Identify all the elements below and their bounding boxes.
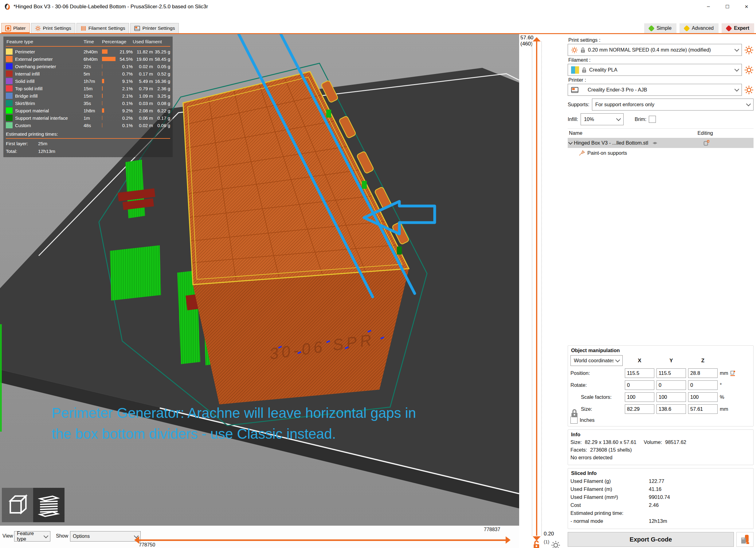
scale-y-field[interactable]	[656, 392, 686, 402]
info-errors: No errors detected	[570, 455, 613, 460]
percentage-bar	[102, 86, 103, 91]
brim-checkbox[interactable]	[649, 116, 656, 123]
chevron-down-icon	[734, 87, 739, 92]
window-title: *Hinged Box V3 - 30-06 Double-Labelled B…	[14, 4, 208, 10]
feature-color-swatch	[6, 78, 13, 84]
estimated-times-rows: First layer: 25m Total: 12h13m	[6, 141, 170, 154]
scale-z-field[interactable]	[688, 392, 718, 402]
tab-print-settings[interactable]: Print Settings	[31, 23, 75, 33]
feature-color-swatch	[6, 122, 13, 128]
sliced-info-title: Sliced Info	[571, 470, 751, 476]
percentage-bar	[102, 116, 102, 120]
position-label: Position:	[570, 370, 623, 376]
coordinates-combo[interactable]: World coordinates	[570, 355, 623, 366]
info-size-value: 82.29 x 138.60 x 57.61	[585, 439, 637, 445]
brim-label: Brim:	[635, 116, 647, 122]
feature-color-swatch	[6, 108, 13, 114]
lock-icon	[580, 47, 586, 53]
slider-track[interactable]	[536, 41, 537, 536]
preview-view-button[interactable]	[33, 488, 65, 522]
sliced-info-row: Cost 2.46	[570, 502, 751, 508]
gcode-slider-right-handle[interactable]	[506, 536, 511, 544]
layer-slider[interactable]: 57.60 (460) 0.20 (1)	[519, 34, 565, 548]
printer-icon	[134, 25, 140, 31]
axis-x-header: X	[625, 358, 654, 364]
size-x-field[interactable]	[625, 404, 654, 414]
feature-color-swatch	[6, 115, 13, 121]
info-title: Info	[571, 432, 751, 437]
gear-icon	[35, 25, 41, 31]
layer-slider-bottom-layer: (1)	[544, 539, 549, 544]
print-settings-combo[interactable]: 0.20 mm NORMAL SPEED (0.4 mm nozzle) (mo…	[568, 44, 742, 56]
position-z-field[interactable]	[688, 368, 718, 378]
infill-combo[interactable]: 10%	[581, 113, 624, 125]
editor-view-button[interactable]	[2, 488, 33, 522]
mode-simple[interactable]: Simple	[644, 23, 676, 33]
chevron-down-icon	[44, 533, 49, 538]
printer-icon	[571, 87, 578, 93]
export-to-sd-button[interactable]	[736, 532, 754, 547]
layer-tick-labels	[544, 45, 560, 527]
eye-icon[interactable]	[652, 141, 658, 146]
close-button[interactable]: ✕	[737, 0, 756, 14]
filament-combo[interactable]: Creality PLA	[568, 64, 742, 76]
view-combo[interactable]: Feature type	[14, 531, 50, 542]
maximize-button[interactable]: ☐	[718, 0, 737, 14]
info-volume-value: 98517.62	[665, 439, 686, 445]
slider-settings-gear-icon[interactable]	[551, 541, 560, 548]
sliced-info-row: Estimated printing time:	[570, 510, 751, 516]
cube-icon	[6, 493, 29, 517]
show-combo[interactable]: Options	[70, 531, 141, 542]
position-y-field[interactable]	[656, 368, 686, 378]
size-y-field[interactable]	[656, 404, 686, 414]
rotate-x-field[interactable]	[625, 380, 654, 390]
chevron-down-icon	[616, 116, 621, 121]
unlock-icon[interactable]	[533, 540, 541, 548]
supports-combo[interactable]: For support enforcers only	[592, 99, 754, 111]
viewport-3d[interactable]: 30-06 SPR Perimeter Generator: Arachne w…	[0, 34, 519, 526]
scale-lock-icon[interactable]	[570, 409, 578, 418]
mode-expert[interactable]: Expert	[722, 23, 754, 33]
feature-color-swatch	[6, 56, 13, 62]
edit-printer-gear-icon[interactable]	[744, 85, 754, 95]
annotation-text-line2: the box bottom dividers - use Classic in…	[52, 426, 336, 442]
minimize-button[interactable]: ─	[699, 0, 718, 14]
gear-icon	[571, 47, 578, 53]
print-settings-label: Print settings :	[568, 37, 754, 43]
sliced-info-row: Used Filament (g) 122.77	[570, 478, 751, 484]
window-controls: ─ ☐ ✕	[699, 0, 756, 14]
bottom-bar: View Feature type Show Options 778750 77…	[0, 526, 519, 548]
scale-x-field[interactable]	[625, 392, 654, 402]
percentage-bar	[102, 123, 102, 127]
printer-combo[interactable]: Creality Ender-3 Pro - AJB	[568, 84, 742, 96]
rotate-z-field[interactable]	[688, 380, 718, 390]
tab-filament-settings[interactable]: Filament Settings	[76, 23, 129, 33]
inches-label: Inches	[580, 417, 595, 423]
lock-icon	[582, 67, 587, 73]
drop-to-bed-icon[interactable]	[730, 370, 735, 376]
edit-print-settings-gear-icon[interactable]	[744, 45, 754, 55]
edit-filament-gear-icon[interactable]	[744, 65, 754, 75]
export-gcode-button[interactable]: Export G-code	[568, 532, 734, 547]
slider-handle-top[interactable]	[533, 37, 541, 41]
chevron-down-icon	[746, 102, 751, 107]
size-z-field[interactable]	[688, 404, 718, 414]
axis-y-header: Y	[656, 358, 686, 364]
object-row[interactable]: Hinged Box V3 - ...lled Bottom.stl	[568, 138, 754, 148]
printer-label: Printer :	[568, 77, 754, 83]
position-x-field[interactable]	[625, 368, 654, 378]
editing-icon[interactable]	[703, 140, 709, 146]
rotate-y-field[interactable]	[656, 380, 686, 390]
plater-icon	[5, 25, 11, 31]
paint-on-supports-row[interactable]: Paint-on supports	[568, 148, 754, 158]
gcode-slider-left-handle[interactable]	[134, 536, 139, 544]
mode-advanced[interactable]: Advanced	[680, 23, 719, 33]
sliced-info-row: - normal mode 12h13m	[570, 518, 751, 524]
gcode-range-slider[interactable]	[139, 539, 506, 541]
collapse-chevron-icon[interactable]	[568, 140, 573, 145]
tab-printer-settings[interactable]: Printer Settings	[130, 23, 179, 33]
tab-plater[interactable]: Plater	[1, 23, 30, 33]
filament-label: Filament :	[568, 57, 754, 63]
title-bar: *Hinged Box V3 - 30-06 Double-Labelled B…	[0, 0, 756, 14]
percentage-bar	[102, 72, 102, 76]
